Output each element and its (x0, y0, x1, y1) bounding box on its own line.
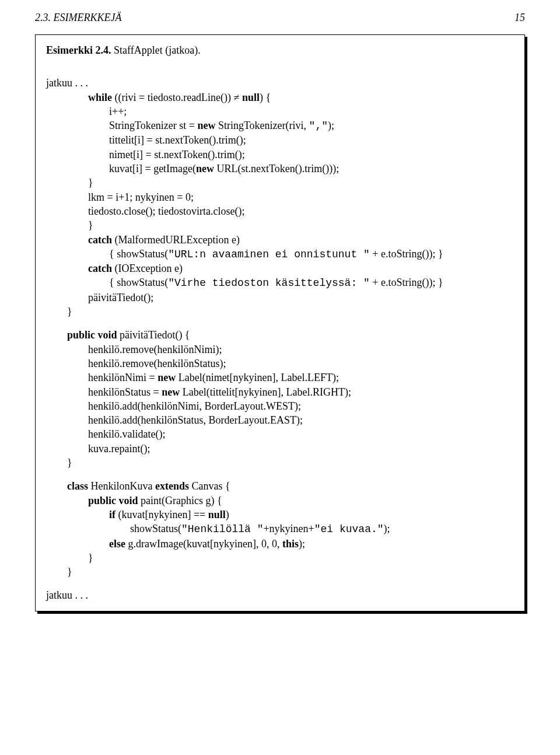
code-line: henkilönStatus = new Label(tittelit[nyky… (46, 385, 514, 399)
code-line: } (46, 456, 514, 470)
section-label: 2.3. ESIMERKKEJÄ (35, 12, 121, 24)
code-line: catch (MalformedURLException e) (46, 233, 514, 247)
code-line: nimet[i] = st.nextToken().trim(); (46, 148, 514, 162)
code-line: if (kuvat[nykyinen] == null) (46, 508, 514, 522)
code-line: } (46, 176, 514, 190)
example-title: Esimerkki 2.4. StaffApplet (jatkoa). (46, 43, 514, 57)
example-number: Esimerkki 2.4. (46, 44, 111, 56)
code-line: while ((rivi = tiedosto.readLine()) ≠ nu… (46, 90, 514, 104)
code-line: päivitäTiedot(); (46, 291, 514, 305)
code-line: { showStatus("Virhe tiedoston käsittelys… (46, 275, 514, 290)
code-line: kuva.repaint(); (46, 442, 514, 456)
page: 2.3. ESIMERKKEJÄ 15 Esimerkki 2.4. Staff… (0, 0, 560, 635)
code-line: henkilö.validate(); (46, 427, 514, 441)
page-header: 2.3. ESIMERKKEJÄ 15 (35, 12, 525, 24)
code-line: kuvat[i] = getImage(new URL(st.nextToken… (46, 162, 514, 176)
continues-top: jatkuu . . . (46, 76, 514, 90)
code-line: i++; (46, 104, 514, 118)
code-line: } (46, 551, 514, 565)
code-line: showStatus("Henkilöllä "+nykyinen+"ei ku… (46, 522, 514, 536)
code-line: class HenkilonKuva extends Canvas { (46, 479, 514, 493)
code-line: catch (IOException e) (46, 261, 514, 275)
continues-bottom: jatkuu . . . (46, 588, 514, 602)
code-line: } (46, 305, 514, 319)
code-line: tiedosto.close(); tiedostovirta.close(); (46, 204, 514, 218)
code-line: } (46, 218, 514, 232)
code-line: henkilö.add(henkilönStatus, BorderLayout… (46, 413, 514, 427)
code-line: else g.drawImage(kuvat[nykyinen], 0, 0, … (46, 537, 514, 551)
code-line: henkilö.add(henkilönNimi, BorderLayout.W… (46, 399, 514, 413)
code-line: } (46, 565, 514, 579)
code-line: henkilö.remove(henkilönStatus); (46, 356, 514, 370)
code-line: henkilö.remove(henkilönNimi); (46, 342, 514, 356)
page-number: 15 (514, 12, 525, 24)
code-example-box: Esimerkki 2.4. StaffApplet (jatkoa). jat… (35, 34, 525, 611)
code-line: public void päivitäTiedot() { (46, 328, 514, 342)
code-line: public void paint(Graphics g) { (46, 494, 514, 508)
code-line: lkm = i+1; nykyinen = 0; (46, 190, 514, 204)
example-name: StaffApplet (jatkoa). (111, 44, 201, 56)
code-line: tittelit[i] = st.nextToken().trim(); (46, 133, 514, 147)
code-line: { showStatus("URL:n avaaminen ei onnistu… (46, 247, 514, 261)
code-line: henkilönNimi = new Label(nimet[nykyinen]… (46, 370, 514, 385)
code-line: StringTokenizer st = new StringTokenizer… (46, 118, 514, 133)
